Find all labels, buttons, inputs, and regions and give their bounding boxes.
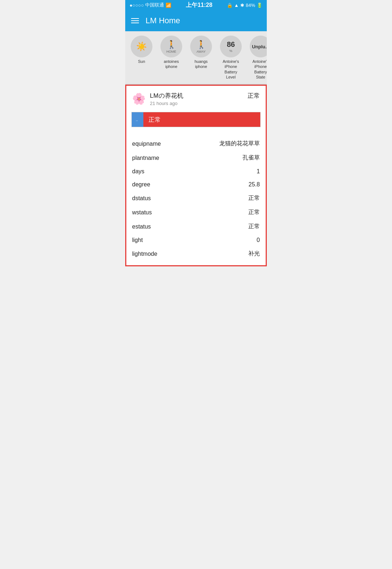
prop-value-dstatus: 正常 — [248, 194, 260, 202]
timeline-transition — [142, 112, 145, 127]
location-icon: ▲ — [234, 3, 239, 8]
prop-value-lightmode: 补光 — [248, 250, 260, 258]
prop-key-days: days — [132, 168, 144, 175]
carrier-label: 中国联通 — [145, 2, 164, 8]
bluetooth-icon: ✱ — [240, 3, 244, 8]
property-row-estatus: estatus正常 — [132, 219, 260, 234]
flower-icon: 🌸 — [132, 92, 146, 105]
prop-key-plantname: plantname — [132, 155, 159, 161]
property-row-plantname: plantname孔雀草 — [132, 151, 260, 165]
property-row-wstatus: wstatus正常 — [132, 205, 260, 219]
property-row-lightmode: lightmode补光 — [132, 247, 260, 261]
detail-name-group: LMの养花机 21 hours ago — [150, 92, 183, 106]
prop-key-wstatus: wstatus — [132, 209, 152, 216]
app-title: LM Home — [146, 16, 180, 25]
menu-button[interactable] — [131, 18, 139, 23]
battery-state-value: Unplu... — [252, 44, 267, 49]
timeline-status-label: 正常 — [148, 116, 161, 124]
device-battery-state[interactable]: Unplu... Antoine'siPhoneBatteryState — [247, 36, 267, 80]
prop-value-days: 1 — [257, 168, 260, 175]
device-label-antoines: antoinesiphone — [164, 59, 179, 69]
prop-key-degree: degree — [132, 181, 150, 188]
properties-section: equipname龙猫的花花草草plantname孔雀草days1degree2… — [126, 131, 266, 265]
device-label-battery-state: Antoine'siPhoneBatteryState — [253, 59, 267, 80]
prop-value-equipname: 龙猫的花花草草 — [219, 140, 260, 148]
timeline-blue-segment: .. — [132, 112, 142, 127]
timeline-red-segment: 正常 — [145, 112, 260, 127]
prop-key-equipname: equipname — [132, 141, 161, 147]
property-row-equipname: equipname龙猫的花花草草 — [132, 137, 260, 151]
detail-device-name: LMの养花机 — [150, 92, 183, 100]
detail-header-left: 🌸 LMの养花机 21 hours ago — [132, 92, 183, 106]
device-battery-level[interactable]: 86 % Antoine'siPhoneBatteryLevel — [217, 36, 244, 80]
detail-time-ago: 21 hours ago — [150, 101, 183, 106]
prop-value-estatus: 正常 — [248, 223, 260, 230]
property-row-light: light0 — [132, 234, 260, 247]
device-label-huangs: huangsiphone — [195, 59, 208, 69]
status-right: 🔒 ▲ ✱ 84% 🔋 — [227, 3, 262, 8]
prop-value-light: 0 — [257, 237, 260, 243]
device-sun[interactable]: ☀️ Sun — [128, 36, 155, 64]
signal-dots: ●○○○○ — [130, 3, 144, 8]
sun-icon: ☀️ — [136, 41, 147, 52]
device-circle-antoines: 🚶 HOME — [160, 36, 182, 57]
wifi-icon: 📶 — [166, 3, 171, 8]
prop-value-wstatus: 正常 — [248, 209, 260, 216]
battery-icon: 🔋 — [257, 3, 262, 8]
status-bar: ●○○○○ 中国联通 📶 上午11:28 🔒 ▲ ✱ 84% 🔋 — [125, 0, 267, 10]
status-left: ●○○○○ 中国联通 📶 — [130, 2, 171, 8]
person-icon-antoines: 🚶 — [167, 40, 176, 49]
device-circle-sun: ☀️ — [131, 36, 152, 57]
property-row-degree: degree25.8 — [132, 178, 260, 191]
device-circle-battery-state: Unplu... — [250, 36, 267, 57]
property-row-days: days1 — [132, 165, 260, 178]
device-label-battery-level: Antoine'siPhoneBatteryLevel — [223, 59, 239, 80]
device-label-sun: Sun — [138, 59, 145, 64]
battery-level-value: 86 — [227, 40, 235, 49]
prop-key-dstatus: dstatus — [132, 195, 151, 202]
device-badge-huangs: AWAY — [196, 50, 205, 53]
prop-key-light: light — [132, 237, 143, 243]
device-circle-huangs: 🚶 AWAY — [190, 36, 212, 57]
person-icon-huangs: 🚶 — [196, 40, 206, 49]
detail-header: 🌸 LMの养花机 21 hours ago 正常 — [126, 86, 266, 110]
prop-value-degree: 25.8 — [249, 181, 260, 188]
device-antoines-iphone[interactable]: 🚶 HOME antoinesiphone — [158, 36, 185, 69]
battery-percent: 84% — [246, 3, 255, 8]
prop-value-plantname: 孔雀草 — [242, 154, 260, 162]
detail-panel: 🌸 LMの养花机 21 hours ago 正常 .. 正常 equipname… — [125, 85, 267, 266]
device-badge-antoines: HOME — [167, 50, 176, 53]
device-circle-battery-level: 86 % — [220, 36, 242, 57]
timeline-dots: .. — [136, 117, 138, 122]
device-huangs-iphone[interactable]: 🚶 AWAY huangsiphone — [188, 36, 215, 69]
devices-row: ☀️ Sun 🚶 HOME antoinesiphone 🚶 AWAY huan… — [125, 31, 267, 85]
status-time: 上午11:28 — [186, 1, 212, 9]
timeline-bar: .. 正常 — [131, 112, 261, 127]
lock-icon: 🔒 — [227, 3, 233, 8]
battery-level-unit: % — [229, 49, 232, 53]
app-header: LM Home — [125, 10, 267, 31]
property-row-dstatus: dstatus正常 — [132, 191, 260, 205]
prop-key-lightmode: lightmode — [132, 251, 157, 257]
prop-key-estatus: estatus — [132, 223, 151, 230]
detail-status-label: 正常 — [248, 92, 260, 100]
